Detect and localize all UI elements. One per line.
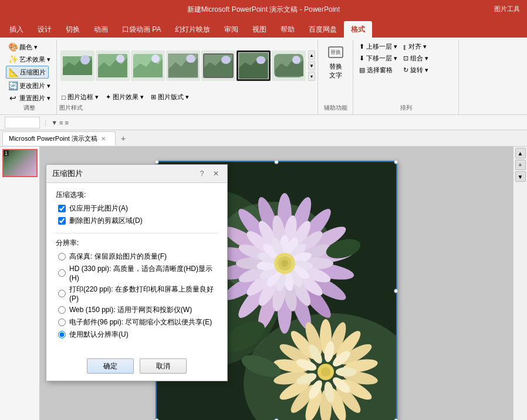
img-style-6[interactable] [237, 50, 271, 81]
reset-image-button[interactable]: ↩ 重置图片 ▾ [6, 92, 53, 104]
group-button[interactable]: ⊡ 组合 ▾ [401, 53, 431, 64]
dialog-body: 压缩选项: 仅应用于此图片(A) 删除图片的剪裁区域(D) 分辨率: [46, 183, 227, 354]
alt-text-label: 替换文字 [329, 63, 342, 79]
radio-default: 使用默认分辨率(U) [56, 330, 218, 340]
compress-label: 压缩图片 [20, 68, 46, 77]
scroll-mid-btn[interactable]: ≡ [515, 160, 526, 170]
img-style-2[interactable] [96, 50, 130, 81]
doc-tab[interactable]: Microsoft PowerPoint 演示文稿 ✕ [2, 131, 116, 145]
slide-panel: 1 [0, 147, 40, 420]
default-radio[interactable] [58, 331, 66, 338]
art-effect-button[interactable]: ✨ 艺术效果 ▾ [6, 53, 53, 65]
scroll-down-btn[interactable]: ▼ [515, 171, 526, 182]
img-style-3[interactable] [131, 50, 165, 81]
img-style-5[interactable] [201, 50, 235, 81]
adjust-label: 调整 [23, 104, 35, 113]
web-radio[interactable] [58, 306, 66, 314]
tab-baidu[interactable]: 百度网盘 [302, 21, 344, 38]
send-backward-icon: ⬇ [359, 55, 364, 62]
img-style-7[interactable] [272, 50, 306, 81]
rotate-button[interactable]: ↻ 旋转 ▾ [401, 65, 431, 76]
title-text: 新建Microsoft PowerPoint 演示文稿 - PowerPoint [187, 5, 340, 15]
bring-forward-button[interactable]: ⬆ 上移一层 ▾ [357, 41, 400, 52]
dialog-divider [56, 233, 218, 233]
accessibility-label: 辅助功能 [324, 104, 347, 113]
tab-slideshow[interactable]: 幻灯片映放 [168, 21, 217, 38]
img-style-1[interactable] [60, 50, 94, 81]
separator: | [45, 118, 46, 127]
apply-to-this-label: 仅应用于此图片(A) [69, 204, 128, 214]
dialog-help-btn[interactable]: ? [197, 168, 207, 179]
svg-point-104 [321, 367, 330, 377]
scroll-up-btn[interactable]: ▲ [308, 50, 315, 60]
right-scroll: ▲ ≡ ▼ [513, 147, 527, 420]
group-label: 组合 ▾ [410, 54, 428, 63]
tab-help[interactable]: 帮助 [273, 21, 302, 38]
picture-layout-button[interactable]: ⊞ 图片版式 ▾ [148, 92, 191, 103]
tab-switch[interactable]: 切换 [59, 21, 87, 38]
change-image-button[interactable]: 🔄 更改图片 ▾ [6, 80, 53, 92]
img-style-4[interactable] [166, 50, 200, 81]
svg-point-75 [281, 260, 288, 267]
email-radio[interactable] [58, 319, 66, 326]
send-backward-button[interactable]: ⬇ 下移一层 ▾ [357, 53, 400, 64]
cancel-button[interactable]: 取消 [140, 358, 187, 374]
send-backward-label: 下移一层 ▾ [366, 54, 397, 63]
web-label: Web (150 ppi): 适用于网页和投影仪(W) [69, 305, 192, 315]
scroll-up-btn[interactable]: ▲ [515, 148, 526, 158]
ribbon-content: 🎨 颜色 ▾ ✨ 艺术效果 ▾ 📐 压缩图片 🔄 更改图片 ▾ ↩ 重置图片 ▾… [0, 38, 527, 115]
scroll-down-btn[interactable]: ▼ [308, 61, 315, 70]
change-image-icon: 🔄 [8, 81, 18, 90]
ok-button[interactable]: 确定 [87, 358, 134, 374]
hifi-label: 高保真: 保留原始图片的质量(F) [69, 252, 167, 262]
alt-text-icon: 替换 [326, 43, 345, 62]
radio-email: 电子邮件(96 ppi): 尽可能缩小文档以便共享(E) [56, 317, 218, 327]
ribbon-tabs: 插入 设计 切换 动画 口袋动画 PA 幻灯片映放 审阅 视图 帮助 百度网盘 … [0, 19, 527, 38]
change-image-label: 更改图片 ▾ [19, 82, 50, 90]
compression-options-section: 压缩选项: 仅应用于此图片(A) 删除图片的剪裁区域(D) [56, 190, 218, 226]
tab-pocket[interactable]: 口袋动画 PA [115, 21, 168, 38]
svg-point-5 [151, 55, 160, 63]
selection-pane-button[interactable]: ▤ 选择窗格 [357, 65, 400, 76]
hd-radio[interactable] [58, 269, 66, 277]
color-button[interactable]: 🎨 颜色 ▾ [6, 41, 40, 53]
apply-to-this-checkbox[interactable] [58, 205, 66, 212]
tab-close-btn[interactable]: ✕ [101, 136, 106, 142]
checkbox-delete-crop: 删除图片的剪裁区域(D) [56, 216, 218, 226]
formula-bar: | ▼ ≡ ≡ [0, 115, 527, 130]
align-label: 对齐 ▾ [408, 42, 427, 51]
dialog-close-btn[interactable]: ✕ [211, 168, 221, 179]
align-button[interactable]: ⫿ 对齐 ▾ [401, 41, 431, 52]
print-radio[interactable] [58, 290, 66, 297]
main-content: 1 [0, 147, 527, 420]
compress-icon: 📐 [9, 67, 18, 77]
ribbon-group-styles: ▲ ▼ ▾ □ 图片边框 ▾ ✦ 图片效果 ▾ ⊞ 图片版式 ▾ [57, 40, 318, 114]
add-tab-btn[interactable]: + [117, 132, 130, 145]
compress-dialog: 压缩图片 ? ✕ 压缩选项: 仅应用于此图片(A) 删除 [46, 164, 228, 381]
picture-border-button[interactable]: □ 图片边框 ▾ [59, 92, 101, 103]
hifi-radio[interactable] [58, 253, 66, 260]
radio-hd: HD (330 ppi): 高质量，适合高清晰度(HD)显示(H) [56, 264, 218, 282]
tab-animation[interactable]: 动画 [87, 21, 115, 38]
color-label: 颜色 ▾ [19, 43, 38, 52]
compress-image-button[interactable]: 📐 压缩图片 [6, 66, 49, 79]
alt-text-button[interactable]: 替换 替换文字 [323, 41, 349, 82]
tab-format[interactable]: 格式 [344, 21, 372, 38]
dialog-footer: 确定 取消 [46, 354, 227, 381]
name-box[interactable] [5, 117, 40, 128]
print-label: 打印(220 ppi): 在多数打印机和屏幕上质量良好(P) [69, 284, 218, 303]
picture-effect-button[interactable]: ✦ 图片效果 ▾ [103, 92, 146, 103]
delete-crop-checkbox[interactable] [58, 217, 66, 225]
tab-review[interactable]: 审阅 [217, 21, 245, 38]
tab-insert[interactable]: 插入 [2, 21, 31, 38]
svg-text:替换: 替换 [330, 49, 341, 55]
title-bar: 新建Microsoft PowerPoint 演示文稿 - PowerPoint… [0, 0, 527, 19]
reset-image-label: 重置图片 ▾ [19, 94, 50, 103]
tab-view[interactable]: 视图 [245, 21, 273, 38]
slide-thumb-1[interactable]: 1 [2, 149, 38, 177]
picture-border-label: 图片边框 ▾ [67, 93, 99, 101]
formula-text: ▼ ≡ ≡ [51, 119, 69, 126]
tab-design[interactable]: 设计 [31, 21, 59, 38]
svg-point-1 [80, 55, 90, 65]
scroll-more-btn[interactable]: ▾ [308, 72, 315, 81]
